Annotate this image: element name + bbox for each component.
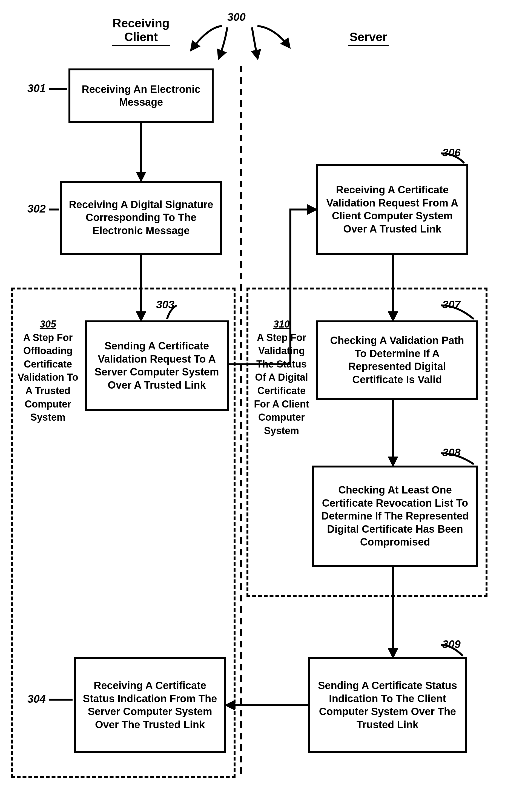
box-302: Receiving A Digital Signature Correspond… bbox=[60, 181, 222, 255]
label-307: 307 bbox=[442, 299, 461, 311]
group-305-desc: A Step For Offloading Certificate Valida… bbox=[17, 332, 78, 423]
box-307: Checking A Validation Path To Determine … bbox=[316, 320, 478, 400]
box-309: Sending A Certificate Status Indication … bbox=[308, 657, 467, 753]
box-304: Receiving A Certificate Status Indicatio… bbox=[74, 657, 226, 753]
box-301: Receiving An Electronic Message bbox=[69, 69, 214, 123]
header-server: Server bbox=[348, 30, 389, 46]
label-301: 301 bbox=[27, 82, 46, 94]
label-309: 309 bbox=[442, 638, 461, 650]
group-310-desc: A Step For Validating The Status Of A Di… bbox=[254, 332, 309, 436]
box-308: Checking At Least One Certificate Revoca… bbox=[312, 466, 478, 567]
box-303: Sending A Certificate Validation Request… bbox=[85, 320, 229, 411]
ref-310: 310 bbox=[273, 318, 290, 330]
label-302: 302 bbox=[27, 202, 46, 215]
flowchart-canvas: 300 Receiving Client Server 305 A Step F… bbox=[11, 11, 514, 801]
group-310-text: 310 A Step For Validating The Status Of … bbox=[251, 318, 312, 437]
label-306: 306 bbox=[442, 147, 461, 159]
label-303: 303 bbox=[156, 299, 175, 311]
figure-id: 300 bbox=[227, 11, 246, 23]
ref-305: 305 bbox=[40, 318, 56, 330]
box-306: Receiving A Certificate Validation Reque… bbox=[316, 164, 468, 255]
header-client: Receiving Client bbox=[112, 16, 170, 46]
group-305-text: 305 A Step For Offloading Certificate Va… bbox=[16, 318, 79, 424]
label-304: 304 bbox=[27, 693, 46, 705]
label-308: 308 bbox=[442, 446, 461, 459]
